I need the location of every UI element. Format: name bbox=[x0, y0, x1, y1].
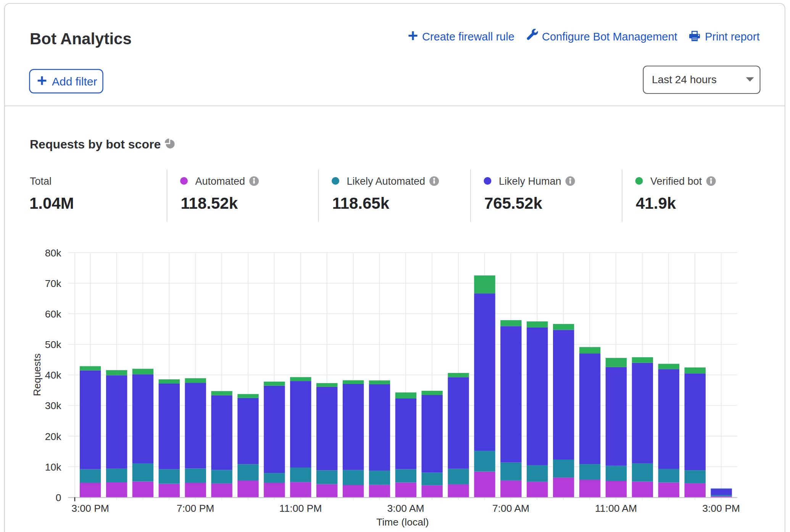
svg-text:0: 0 bbox=[56, 492, 61, 503]
svg-text:Print report: Print report bbox=[705, 31, 759, 43]
svg-text:3:00 AM: 3:00 AM bbox=[387, 503, 424, 514]
svg-text:Add filter: Add filter bbox=[52, 75, 97, 88]
svg-text:10k: 10k bbox=[45, 461, 61, 473]
svg-text:1.04M: 1.04M bbox=[29, 194, 74, 212]
svg-text:Time (local): Time (local) bbox=[376, 516, 429, 528]
svg-text:7:00 AM: 7:00 AM bbox=[492, 503, 529, 514]
svg-text:Configure Bot Management: Configure Bot Management bbox=[542, 31, 677, 43]
svg-text:7:00 PM: 7:00 PM bbox=[177, 503, 214, 514]
svg-text:20k: 20k bbox=[45, 431, 61, 442]
svg-text:Requests: Requests bbox=[31, 353, 43, 396]
svg-text:Bot Analytics: Bot Analytics bbox=[30, 30, 132, 48]
svg-text:11:00 PM: 11:00 PM bbox=[279, 503, 322, 514]
svg-text:Likely Automated: Likely Automated bbox=[347, 176, 426, 187]
svg-text:11:00 AM: 11:00 AM bbox=[595, 503, 637, 514]
svg-text:Requests by bot score: Requests by bot score bbox=[30, 137, 161, 151]
svg-text:41.9k: 41.9k bbox=[636, 194, 676, 212]
svg-text:40k: 40k bbox=[45, 369, 61, 381]
svg-text:80k: 80k bbox=[45, 247, 61, 259]
svg-text:Verified bot: Verified bot bbox=[650, 176, 702, 187]
svg-text:Last 24 hours: Last 24 hours bbox=[652, 74, 717, 85]
svg-text:70k: 70k bbox=[45, 278, 61, 289]
svg-text:3:00 PM: 3:00 PM bbox=[71, 503, 109, 514]
svg-text:765.52k: 765.52k bbox=[484, 194, 542, 212]
svg-text:50k: 50k bbox=[45, 339, 61, 350]
svg-text:Total: Total bbox=[30, 176, 52, 187]
svg-text:118.52k: 118.52k bbox=[181, 194, 238, 212]
svg-text:Automated: Automated bbox=[195, 176, 245, 187]
svg-text:60k: 60k bbox=[45, 308, 61, 320]
svg-text:Likely Human: Likely Human bbox=[499, 176, 561, 187]
svg-text:3:00 PM: 3:00 PM bbox=[702, 503, 740, 514]
svg-text:118.65k: 118.65k bbox=[332, 194, 390, 212]
svg-text:30k: 30k bbox=[45, 400, 61, 411]
svg-text:Create firewall rule: Create firewall rule bbox=[422, 31, 514, 43]
